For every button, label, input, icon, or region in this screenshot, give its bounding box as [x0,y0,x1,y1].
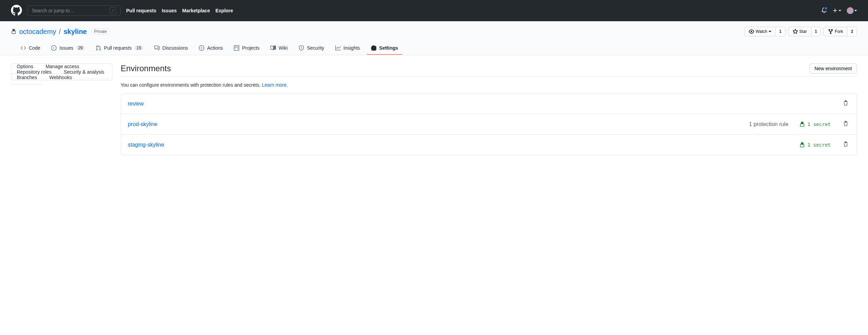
fork-label: Fork [835,29,843,34]
lock-icon [11,29,16,34]
watch-count[interactable]: 1 [775,27,785,36]
sidebar-item-branches[interactable]: Branches [11,71,43,85]
star-button[interactable]: Star [788,27,811,36]
tab-projects[interactable]: Projects [230,42,264,55]
trash-icon [843,141,848,147]
settings-sidebar: Options Manage access Repository roles S… [11,63,112,80]
pulls-count: 15 [134,46,143,50]
star-count[interactable]: 1 [811,27,821,36]
caret-down-icon [854,10,857,11]
repo-actions: Watch 1 Star 1 Fork 2 [744,27,857,36]
avatar-icon [847,7,854,14]
shield-icon [299,45,304,51]
star-label: Star [799,29,807,34]
wiki-icon [270,45,276,51]
actions-icon [199,45,204,51]
notification-dot-icon [824,7,828,10]
user-menu[interactable] [847,7,857,14]
watch-button[interactable]: Watch [744,27,775,36]
repo-header: octocademy / skyline Private Watch 1 Sta… [0,21,868,55]
content-description: You can configure environments with prot… [121,82,857,88]
search-input-wrap[interactable]: / [27,5,121,16]
tab-label: Code [29,45,40,51]
tab-actions[interactable]: Actions [195,42,227,55]
tab-wiki[interactable]: Wiki [266,42,292,55]
star-icon [793,29,798,34]
tab-label: Issues [59,45,73,51]
github-logo-icon[interactable] [11,5,22,17]
delete-environment-button[interactable] [842,120,850,129]
lock-icon [799,142,805,148]
repo-owner-link[interactable]: octocademy [19,28,56,36]
tab-pull-requests[interactable]: Pull requests 15 [92,42,147,55]
sidebar-item-webhooks[interactable]: Webhooks [44,71,77,84]
secret-badge: 1 secret [799,142,831,148]
environment-link-review[interactable]: review [128,101,144,107]
nav-explore[interactable]: Explore [215,8,233,13]
visibility-badge: Private [91,28,110,35]
tab-security[interactable]: Security [294,42,328,55]
tab-label: Discussions [162,45,188,51]
watch-label: Watch [756,29,767,34]
notifications-button[interactable] [821,8,827,14]
path-separator: / [59,28,61,36]
tab-label: Security [307,45,324,51]
delete-environment-button[interactable] [842,99,850,108]
environment-row: staging-skyline 1 secret [121,135,857,155]
desc-text: You can configure environments with prot… [121,82,262,88]
tab-label: Actions [207,45,223,51]
tab-code[interactable]: Code [16,42,44,55]
caret-down-icon [769,31,771,32]
environment-row: review [121,94,857,114]
tab-label: Projects [242,45,260,51]
nav-issues[interactable]: Issues [162,8,177,13]
trash-icon [843,121,848,126]
environment-link-prod[interactable]: prod-skyline [128,121,157,127]
tab-label: Settings [379,45,398,51]
tab-label: Insights [343,45,360,51]
global-header: / Pull requests Issues Marketplace Explo… [0,0,868,21]
projects-icon [234,45,239,51]
issue-icon [51,45,57,51]
learn-more-link[interactable]: Learn more [262,82,287,88]
page-title: Environments [121,64,171,73]
eye-icon [749,29,754,34]
issues-count: 29 [76,46,85,50]
tab-issues[interactable]: Issues 29 [47,42,89,55]
header-nav: Pull requests Issues Marketplace Explore [126,8,233,13]
tab-settings[interactable]: Settings [367,42,402,55]
new-environment-button[interactable]: New environment [809,63,857,74]
fork-icon [828,29,833,34]
create-menu[interactable] [832,8,841,13]
repo-title: octocademy / skyline Private [11,28,110,36]
protection-rule-text: 1 protection rule [749,121,788,127]
tab-label: Wiki [279,45,288,51]
pull-request-icon [96,45,101,51]
main-content: Options Manage access Repository roles S… [0,55,868,163]
graph-icon [335,45,341,51]
repo-name-link[interactable]: skyline [63,28,87,36]
environment-link-staging[interactable]: staging-skyline [128,142,164,148]
caret-down-icon [839,10,841,11]
tab-insights[interactable]: Insights [331,42,364,55]
content-header: Environments New environment [121,63,857,77]
slash-key-icon: / [110,7,116,14]
nav-pull-requests[interactable]: Pull requests [126,8,156,13]
period: . [287,82,288,88]
tab-label: Pull requests [104,45,132,51]
tab-discussions[interactable]: Discussions [150,42,192,55]
lock-icon [799,122,805,127]
header-right [821,7,857,14]
content-area: Environments New environment You can con… [121,63,857,155]
delete-environment-button[interactable] [842,140,850,149]
fork-count[interactable]: 2 [847,27,857,36]
nav-marketplace[interactable]: Marketplace [182,8,210,13]
fork-button[interactable]: Fork [823,27,847,36]
trash-icon [843,100,848,106]
environment-row: prod-skyline 1 protection rule 1 secret [121,114,857,135]
search-input[interactable] [32,8,110,13]
secret-text: 1 secret [808,122,831,127]
repo-tabs: Code Issues 29 Pull requests 15 Discussi… [11,42,857,55]
secret-badge: 1 secret [799,122,831,127]
environments-list: review prod-skyline 1 protection rule 1 … [121,93,857,155]
